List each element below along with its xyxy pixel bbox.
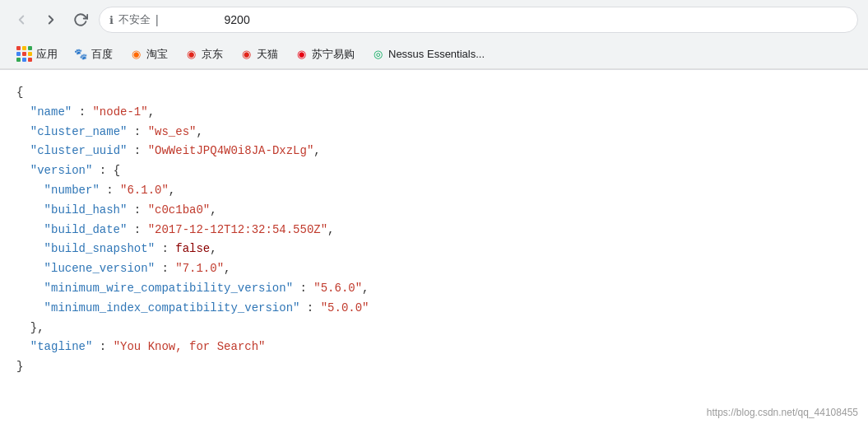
bookmarks-bar: 应用 🐾 百度 ◉ 淘宝 ◉ 京东 ◉ 天猫 ◉ 苏宁易购 ◎ xyxy=(0,40,868,69)
taobao-icon: ◉ xyxy=(129,48,142,61)
refresh-button[interactable] xyxy=(69,8,92,31)
apps-icon xyxy=(16,46,32,62)
bookmark-taobao[interactable]: ◉ 淘宝 xyxy=(123,44,174,65)
nessus-label: Nessus Essentials... xyxy=(388,48,485,60)
json-display: { "name" : "node-1", "cluster_name" : "w… xyxy=(16,83,852,377)
bookmark-jd[interactable]: ◉ 京东 xyxy=(178,44,230,65)
bookmark-apps[interactable]: 应用 xyxy=(10,43,64,65)
info-icon: ℹ xyxy=(109,14,114,26)
browser-chrome: ℹ 不安全 | 9200 xyxy=(0,0,868,70)
tmall-label: 天猫 xyxy=(257,47,278,62)
bookmark-suning[interactable]: ◉ 苏宁易购 xyxy=(288,44,361,65)
apps-label: 应用 xyxy=(36,47,58,62)
bookmark-baidu[interactable]: 🐾 百度 xyxy=(67,44,119,65)
address-separator: | xyxy=(155,13,159,26)
bookmark-nessus[interactable]: ◎ Nessus Essentials... xyxy=(364,44,491,64)
jd-icon: ◉ xyxy=(184,48,197,61)
page-content: { "name" : "node-1", "cluster_name" : "w… xyxy=(0,70,868,390)
nav-bar: ℹ 不安全 | 9200 xyxy=(0,0,868,40)
forward-button[interactable] xyxy=(39,8,63,31)
baidu-icon: 🐾 xyxy=(74,48,87,61)
footer-link: https://blog.csdn.net/qq_44108455 xyxy=(707,407,858,418)
address-bar[interactable]: ℹ 不安全 | 9200 xyxy=(99,7,858,33)
nessus-icon: ◎ xyxy=(371,48,384,61)
suning-label: 苏宁易购 xyxy=(312,47,355,62)
baidu-label: 百度 xyxy=(91,47,113,62)
suning-icon: ◉ xyxy=(295,48,308,61)
bookmark-tmall[interactable]: ◉ 天猫 xyxy=(233,44,285,65)
jd-label: 京东 xyxy=(202,47,223,62)
tmall-icon: ◉ xyxy=(239,48,253,61)
back-button[interactable] xyxy=(10,8,33,31)
not-secure-label: 不安全 xyxy=(118,12,151,27)
url-display: 9200 xyxy=(164,13,250,26)
taobao-label: 淘宝 xyxy=(146,47,168,62)
